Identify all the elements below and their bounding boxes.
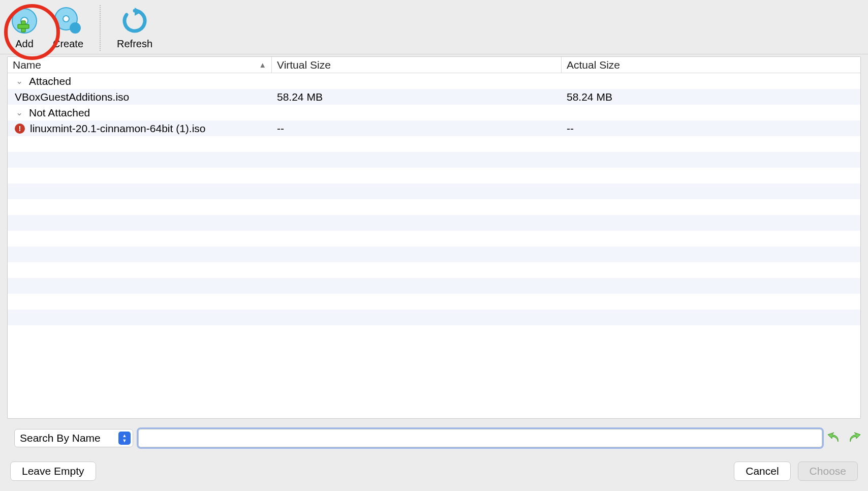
search-input[interactable] [138,429,822,447]
search-bar: Search By Name ▲▼ [0,419,868,452]
dialog-footer: Leave Empty Cancel Choose [0,452,868,491]
column-header-actual-size-label: Actual Size [567,59,620,71]
create-button[interactable]: Create [53,7,83,50]
refresh-button[interactable]: Refresh [117,7,152,50]
sort-ascending-icon: ▲ [259,60,266,69]
search-mode-select-label: Search By Name [20,432,101,444]
group-attached[interactable]: ⌄ Attached [8,73,860,89]
table-header-row: Name ▲ Virtual Size Actual Size [8,57,860,73]
refresh-icon [120,7,149,35]
optical-disk-selector-window: Add Create Refresh [0,0,868,491]
table-body[interactable]: ⌄ Attached VBoxGuestAdditions.iso 58.24 … [8,73,860,418]
add-button-label: Add [15,38,34,50]
cancel-button[interactable]: Cancel [734,462,790,481]
column-header-virtual-size[interactable]: Virtual Size [272,57,562,73]
toolbar: Add Create Refresh [0,0,868,54]
media-name: VBoxGuestAdditions.iso [15,91,129,103]
table-row[interactable]: VBoxGuestAdditions.iso 58.24 MB 58.24 MB [8,89,860,105]
column-header-name-label: Name [13,59,41,71]
choose-button: Choose [798,462,858,481]
search-prev-icon[interactable] [827,431,842,445]
table-row[interactable]: ! linuxmint-20.1-cinnamon-64bit (1).iso … [8,120,860,136]
media-name: linuxmint-20.1-cinnamon-64bit (1).iso [30,122,206,135]
create-button-label: Create [53,38,83,50]
toolbar-separator [100,5,101,51]
svg-rect-3 [18,24,29,28]
svg-point-5 [63,16,69,22]
warning-icon: ! [15,124,25,134]
media-virtual-size: 58.24 MB [272,91,562,103]
media-actual-size: -- [562,122,860,135]
chevron-down-icon: ⌄ [15,76,24,86]
media-actual-size: 58.24 MB [562,91,860,103]
disc-create-icon [54,7,82,35]
leave-empty-button[interactable]: Leave Empty [10,462,96,481]
column-header-name[interactable]: Name ▲ [8,57,272,73]
group-not-attached-label: Not Attached [29,107,90,119]
select-arrows-icon: ▲▼ [118,432,131,445]
refresh-button-label: Refresh [117,38,152,50]
media-table: Name ▲ Virtual Size Actual Size ⌄ Attach… [7,56,861,419]
chevron-down-icon: ⌄ [15,107,24,118]
group-attached-label: Attached [29,75,71,87]
search-next-icon[interactable] [847,431,861,445]
svg-point-6 [70,22,81,34]
column-header-actual-size[interactable]: Actual Size [562,57,860,73]
search-mode-select[interactable]: Search By Name ▲▼ [14,429,133,447]
media-virtual-size: -- [272,122,562,135]
add-button[interactable]: Add [10,7,39,50]
group-not-attached[interactable]: ⌄ Not Attached [8,105,860,120]
disc-add-icon [10,7,39,35]
column-header-virtual-size-label: Virtual Size [277,59,331,71]
